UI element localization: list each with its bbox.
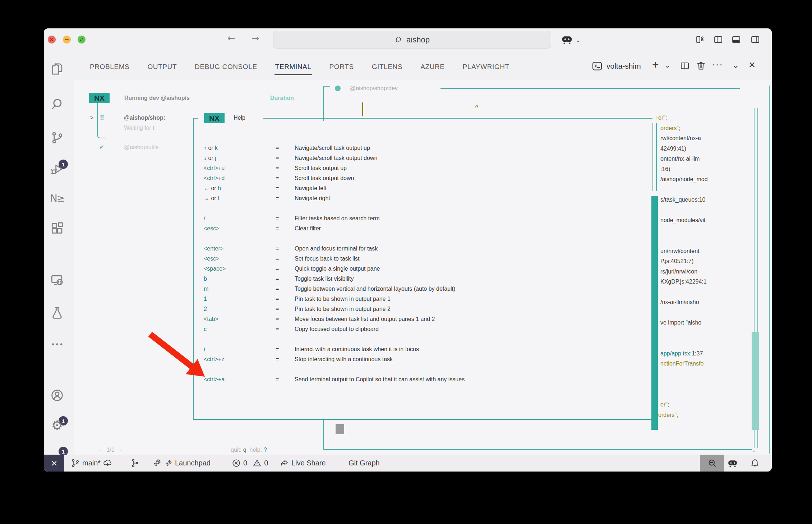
git-graph-status-icon (130, 458, 140, 468)
tab-gitlens[interactable]: GITLENS (371, 58, 403, 76)
output-pane-title[interactable]: @aishop/shop:dev (350, 83, 398, 93)
zoom-window-button[interactable] (78, 36, 86, 43)
sidebar-item-explorer[interactable] (50, 62, 64, 76)
help-row: 2=Pin task to be shown in output pane 2 (204, 304, 649, 314)
problems-item[interactable]: 0 0 (231, 455, 268, 472)
help-row: <esc>=Set focus back to task list (204, 254, 649, 264)
git-graph-item[interactable]: Git Graph (349, 455, 380, 472)
duration-column-label: Duration (270, 93, 294, 103)
notifications-bell-item[interactable] (749, 455, 760, 472)
sidebar-item-source-control[interactable] (50, 130, 64, 145)
maximize-panel-chevron-icon[interactable]: ⌄ (732, 60, 739, 70)
sidebar-item-testing[interactable] (50, 305, 64, 320)
status-copilot-item[interactable] (727, 455, 738, 472)
help-row: 1=Pin task to be shown in output pane 1 (204, 294, 649, 304)
help-row: <ctrl>+z=Stop interacting with a continu… (204, 354, 649, 364)
toggle-primary-sidebar-icon[interactable] (713, 35, 723, 46)
search-icon (395, 36, 403, 44)
tab-playwright[interactable]: PLAYWRIGHT (462, 58, 510, 76)
help-nx-badge: NX (204, 113, 225, 123)
task-runner-title: Running dev @aishop/s (124, 93, 190, 103)
panel-more-actions-icon[interactable]: ··· (712, 59, 723, 70)
quit-label: quit: (231, 447, 241, 453)
output-pane-bottom-corner (323, 419, 752, 450)
terminal-shell-icon (591, 60, 603, 73)
navigate-forward-button[interactable]: → (252, 33, 259, 43)
command-center-search[interactable]: aishop (273, 31, 551, 49)
tab-debug-console[interactable]: DEBUG CONSOLE (194, 58, 258, 76)
copilot-chevron-down-icon[interactable]: ⌄ (576, 36, 581, 44)
launchpad-item[interactable]: Launchpad (152, 455, 211, 472)
activity-bar: 1 N≥ 1 ⚙ 1 (44, 54, 74, 455)
help-row: <enter>=Open and focus terminal for task (204, 244, 649, 254)
output-pane-bullet-icon (335, 86, 341, 91)
git-branch-item[interactable]: main* (70, 455, 112, 472)
copilot-icon[interactable] (560, 33, 573, 47)
navigate-back-button[interactable]: ← (227, 33, 235, 43)
help-row: ← or h=Navigate left (204, 183, 649, 193)
sync-cloud-icon (103, 458, 112, 468)
right-scroll-track-top[interactable] (754, 108, 758, 332)
task-waiting-text: Waiting for t (124, 123, 154, 133)
live-share-item[interactable]: Live Share (279, 455, 326, 472)
rocket-small-icon (164, 459, 173, 468)
task-pager[interactable]: ← 1/1 → (99, 445, 122, 455)
pipeline-status-item[interactable] (130, 455, 140, 472)
output-pane-top-corner (323, 86, 330, 121)
task-tree-connector (97, 103, 106, 138)
kill-terminal-trash-icon[interactable] (696, 60, 706, 73)
sidebar-item-search[interactable] (50, 97, 64, 111)
close-window-button[interactable] (48, 36, 56, 43)
help-row: m=Toggle between vertical and horizontal… (204, 284, 649, 294)
help-rows: ↑ or k=Navigate/scroll task output up↓ o… (204, 143, 649, 385)
help-row: <space>=Quick toggle a single output pan… (204, 264, 649, 274)
right-scrollbar-thumb[interactable] (752, 332, 759, 430)
done-task-name[interactable]: @aishop/utils (124, 142, 158, 152)
sidebar-more-views-icon[interactable] (50, 337, 64, 351)
help-row: ↓ or j=Navigate/scroll task output down (204, 153, 649, 163)
tab-terminal[interactable]: TERMINAL (274, 58, 312, 76)
terminal-profile-chevron-icon[interactable]: ⌄ (665, 61, 670, 69)
branch-name: main* (82, 459, 101, 467)
tab-output[interactable]: OUTPUT (147, 58, 177, 76)
account-icon[interactable] (50, 388, 64, 403)
customize-layout-icon[interactable] (695, 35, 705, 46)
footer-hint: quit: q help: ? (231, 445, 267, 455)
zoom-out-button[interactable] (700, 455, 724, 472)
minimize-window-button[interactable] (63, 36, 71, 43)
toggle-secondary-sidebar-icon[interactable] (750, 35, 760, 46)
help-row: <ctrl>+d=Scroll task output down (204, 173, 649, 183)
help-label: help: (246, 447, 262, 453)
sidebar-item-run-debug[interactable] (50, 162, 64, 176)
running-task-name[interactable]: @aishop/shop: (124, 113, 165, 123)
pager-text: 1/1 (105, 447, 116, 453)
git-graph-label: Git Graph (349, 459, 380, 467)
tab-ports[interactable]: PORTS (329, 58, 355, 76)
block-cursor (336, 424, 344, 434)
new-terminal-button[interactable]: + (652, 58, 659, 72)
help-row: <ctrl>+a=Send terminal output to Copilot… (204, 374, 649, 385)
tab-azure[interactable]: AZURE (420, 58, 445, 76)
left-scrollbar-thumb[interactable] (651, 196, 658, 430)
tab-problems[interactable]: PROBLEMS (89, 58, 130, 76)
help-row: ↑ or k=Navigate/scroll task output up (204, 143, 649, 153)
terminal-cursor-bar (362, 102, 363, 116)
close-panel-icon[interactable]: ✕ (748, 60, 756, 70)
split-terminal-icon[interactable] (679, 60, 690, 73)
close-glyph-icon (48, 36, 56, 43)
launchpad-label: Launchpad (175, 459, 211, 467)
remote-indicator-button[interactable] (44, 455, 64, 472)
sidebar-item-extensions[interactable] (50, 221, 64, 236)
task-success-check-icon: ✔ (99, 142, 104, 152)
terminal-instance-name[interactable]: volta-shim (606, 62, 641, 70)
sidebar-item-nx-console[interactable]: N≥ (50, 191, 64, 205)
settings-gear-icon[interactable]: ⚙ (50, 418, 64, 432)
scroll-down-arrow-icon[interactable]: ↓ (752, 445, 755, 455)
left-scroll-track[interactable] (652, 123, 657, 191)
pager-left-arrow-icon[interactable]: ← (99, 447, 105, 453)
toggle-panel-icon[interactable] (731, 35, 741, 46)
sidebar-item-remote-explorer[interactable] (50, 273, 64, 288)
quit-key: q (241, 447, 246, 453)
panel-tabs: PROBLEMS OUTPUT DEBUG CONSOLE TERMINAL P… (89, 54, 510, 80)
pager-right-arrow-icon[interactable]: → (116, 447, 122, 453)
